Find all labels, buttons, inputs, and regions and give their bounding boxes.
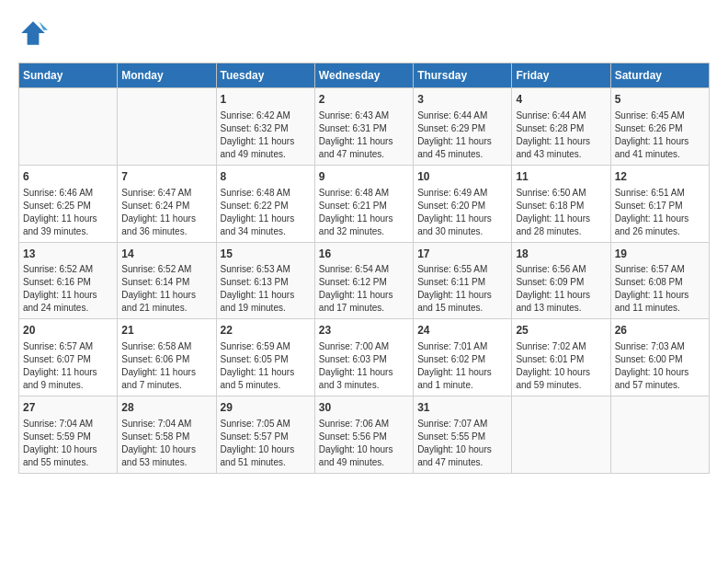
calendar-cell: 16Sunrise: 6:54 AM Sunset: 6:12 PM Dayli… (314, 242, 413, 319)
day-number: 8 (221, 169, 311, 185)
day-info: Sunrise: 6:45 AM Sunset: 6:26 PM Dayligh… (615, 109, 705, 161)
week-row-3: 13Sunrise: 6:52 AM Sunset: 6:16 PM Dayli… (19, 242, 710, 319)
calendar-cell: 21Sunrise: 6:58 AM Sunset: 6:06 PM Dayli… (118, 319, 216, 396)
calendar-cell: 8Sunrise: 6:48 AM Sunset: 6:22 PM Daylig… (216, 165, 314, 242)
day-info: Sunrise: 6:51 AM Sunset: 6:17 PM Dayligh… (615, 187, 705, 238)
day-info: Sunrise: 6:53 AM Sunset: 6:13 PM Dayligh… (221, 263, 311, 315)
calendar-cell: 3Sunrise: 6:44 AM Sunset: 6:29 PM Daylig… (414, 88, 512, 166)
calendar-cell (610, 396, 709, 474)
calendar-cell: 25Sunrise: 7:02 AM Sunset: 6:01 PM Dayli… (512, 319, 610, 396)
day-header-tuesday: Tuesday (216, 63, 314, 88)
day-number: 22 (221, 323, 311, 339)
calendar-cell: 10Sunrise: 6:49 AM Sunset: 6:20 PM Dayli… (414, 165, 512, 242)
day-info: Sunrise: 6:59 AM Sunset: 6:05 PM Dayligh… (221, 340, 311, 392)
day-header-friday: Friday (512, 63, 610, 88)
day-info: Sunrise: 7:06 AM Sunset: 5:56 PM Dayligh… (319, 418, 409, 469)
calendar-cell: 24Sunrise: 7:01 AM Sunset: 6:02 PM Dayli… (414, 319, 512, 396)
day-header-wednesday: Wednesday (314, 63, 413, 88)
calendar-cell: 1Sunrise: 6:42 AM Sunset: 6:32 PM Daylig… (216, 88, 314, 166)
day-number: 10 (417, 169, 507, 185)
day-header-sunday: Sunday (19, 63, 118, 88)
day-number: 17 (417, 247, 507, 262)
logo-icon (18, 18, 48, 48)
calendar-cell: 23Sunrise: 7:00 AM Sunset: 6:03 PM Dayli… (314, 319, 413, 396)
day-info: Sunrise: 6:44 AM Sunset: 6:28 PM Dayligh… (516, 109, 606, 161)
day-number: 30 (319, 400, 409, 416)
day-header-monday: Monday (118, 63, 216, 88)
week-row-1: 1Sunrise: 6:42 AM Sunset: 6:32 PM Daylig… (19, 88, 710, 166)
day-number: 5 (615, 92, 705, 108)
page-header (18, 18, 710, 48)
calendar-cell: 11Sunrise: 6:50 AM Sunset: 6:18 PM Dayli… (512, 165, 610, 242)
day-info: Sunrise: 6:54 AM Sunset: 6:12 PM Dayligh… (319, 263, 409, 315)
calendar-cell: 31Sunrise: 7:07 AM Sunset: 5:55 PM Dayli… (414, 396, 512, 474)
day-number: 3 (417, 92, 507, 108)
day-info: Sunrise: 7:03 AM Sunset: 6:00 PM Dayligh… (615, 340, 705, 392)
calendar-cell: 12Sunrise: 6:51 AM Sunset: 6:17 PM Dayli… (610, 165, 709, 242)
calendar-cell: 6Sunrise: 6:46 AM Sunset: 6:25 PM Daylig… (19, 165, 118, 242)
day-info: Sunrise: 7:04 AM Sunset: 5:58 PM Dayligh… (121, 418, 211, 469)
calendar-cell: 29Sunrise: 7:05 AM Sunset: 5:57 PM Dayli… (216, 396, 314, 474)
day-info: Sunrise: 7:05 AM Sunset: 5:57 PM Dayligh… (221, 418, 311, 469)
calendar-cell: 15Sunrise: 6:53 AM Sunset: 6:13 PM Dayli… (216, 242, 314, 319)
day-number: 20 (23, 323, 113, 339)
day-number: 21 (121, 323, 211, 339)
day-number: 11 (516, 169, 606, 185)
calendar-cell (118, 88, 216, 166)
day-number: 26 (615, 323, 705, 339)
calendar-cell: 13Sunrise: 6:52 AM Sunset: 6:16 PM Dayli… (19, 242, 118, 319)
calendar-cell: 30Sunrise: 7:06 AM Sunset: 5:56 PM Dayli… (314, 396, 413, 474)
day-number: 16 (319, 247, 409, 262)
calendar-cell: 14Sunrise: 6:52 AM Sunset: 6:14 PM Dayli… (118, 242, 216, 319)
day-number: 31 (417, 400, 507, 416)
day-number: 29 (221, 400, 311, 416)
calendar-cell: 20Sunrise: 6:57 AM Sunset: 6:07 PM Dayli… (19, 319, 118, 396)
day-number: 4 (516, 92, 606, 108)
day-info: Sunrise: 7:01 AM Sunset: 6:02 PM Dayligh… (417, 340, 507, 392)
calendar-header-row: SundayMondayTuesdayWednesdayThursdayFrid… (19, 63, 710, 88)
day-number: 9 (319, 169, 409, 185)
day-number: 25 (516, 323, 606, 339)
week-row-2: 6Sunrise: 6:46 AM Sunset: 6:25 PM Daylig… (19, 165, 710, 242)
calendar-cell: 7Sunrise: 6:47 AM Sunset: 6:24 PM Daylig… (118, 165, 216, 242)
day-info: Sunrise: 6:44 AM Sunset: 6:29 PM Dayligh… (417, 109, 507, 161)
day-info: Sunrise: 6:52 AM Sunset: 6:14 PM Dayligh… (121, 263, 211, 315)
day-number: 7 (121, 169, 211, 185)
calendar-cell (512, 396, 610, 474)
calendar-cell: 18Sunrise: 6:56 AM Sunset: 6:09 PM Dayli… (512, 242, 610, 319)
day-info: Sunrise: 6:55 AM Sunset: 6:11 PM Dayligh… (417, 263, 507, 315)
calendar-cell: 17Sunrise: 6:55 AM Sunset: 6:11 PM Dayli… (414, 242, 512, 319)
day-number: 1 (221, 92, 311, 108)
week-row-5: 27Sunrise: 7:04 AM Sunset: 5:59 PM Dayli… (19, 396, 710, 474)
day-header-saturday: Saturday (610, 63, 709, 88)
day-info: Sunrise: 6:48 AM Sunset: 6:22 PM Dayligh… (221, 187, 311, 238)
day-info: Sunrise: 7:00 AM Sunset: 6:03 PM Dayligh… (319, 340, 409, 392)
day-number: 28 (121, 400, 211, 416)
day-info: Sunrise: 6:57 AM Sunset: 6:08 PM Dayligh… (615, 263, 705, 315)
day-info: Sunrise: 6:56 AM Sunset: 6:09 PM Dayligh… (516, 263, 606, 315)
day-number: 18 (516, 247, 606, 262)
day-number: 12 (615, 169, 705, 185)
day-info: Sunrise: 6:57 AM Sunset: 6:07 PM Dayligh… (23, 340, 113, 392)
week-row-4: 20Sunrise: 6:57 AM Sunset: 6:07 PM Dayli… (19, 319, 710, 396)
calendar-cell: 28Sunrise: 7:04 AM Sunset: 5:58 PM Dayli… (118, 396, 216, 474)
day-info: Sunrise: 6:47 AM Sunset: 6:24 PM Dayligh… (121, 187, 211, 238)
calendar-cell: 19Sunrise: 6:57 AM Sunset: 6:08 PM Dayli… (610, 242, 709, 319)
calendar-cell: 2Sunrise: 6:43 AM Sunset: 6:31 PM Daylig… (314, 88, 413, 166)
day-number: 14 (121, 247, 211, 262)
day-info: Sunrise: 6:48 AM Sunset: 6:21 PM Dayligh… (319, 187, 409, 238)
day-number: 27 (23, 400, 113, 416)
day-info: Sunrise: 6:42 AM Sunset: 6:32 PM Dayligh… (221, 109, 311, 161)
day-info: Sunrise: 7:07 AM Sunset: 5:55 PM Dayligh… (417, 418, 507, 469)
calendar-cell: 5Sunrise: 6:45 AM Sunset: 6:26 PM Daylig… (610, 88, 709, 166)
day-info: Sunrise: 7:04 AM Sunset: 5:59 PM Dayligh… (23, 418, 113, 469)
day-number: 2 (319, 92, 409, 108)
calendar-table: SundayMondayTuesdayWednesdayThursdayFrid… (18, 63, 710, 474)
day-info: Sunrise: 7:02 AM Sunset: 6:01 PM Dayligh… (516, 340, 606, 392)
calendar-cell: 22Sunrise: 6:59 AM Sunset: 6:05 PM Dayli… (216, 319, 314, 396)
day-info: Sunrise: 6:50 AM Sunset: 6:18 PM Dayligh… (516, 187, 606, 238)
calendar-cell: 9Sunrise: 6:48 AM Sunset: 6:21 PM Daylig… (314, 165, 413, 242)
day-info: Sunrise: 6:49 AM Sunset: 6:20 PM Dayligh… (417, 187, 507, 238)
day-number: 15 (221, 247, 311, 262)
calendar-cell: 26Sunrise: 7:03 AM Sunset: 6:00 PM Dayli… (610, 319, 709, 396)
